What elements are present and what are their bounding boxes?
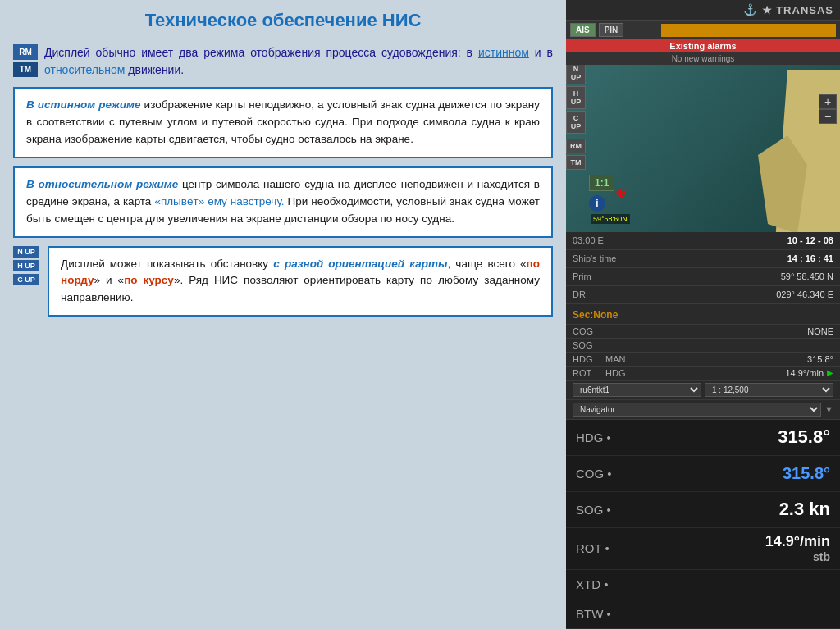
tm-badge: TM xyxy=(13,62,38,77)
prim-value: 59° 58.450 N xyxy=(630,271,833,281)
ships-time-label: Ship's time xyxy=(573,253,630,263)
navigator-select[interactable]: Navigator xyxy=(573,403,821,417)
chart-scale-row: ru6ntkt1 1 : 12,500 xyxy=(566,381,840,400)
right-panel: ⚓ ★ TRANSAS AIS PIN Existing alarms No n… xyxy=(566,0,840,629)
n-up-badge: N UP xyxy=(13,246,39,258)
ais-button[interactable]: AIS xyxy=(570,23,596,37)
big-xtd-row: XTD • xyxy=(566,570,840,599)
big-cog-value: 315.8° xyxy=(633,464,830,483)
navigator-arrow: ▼ xyxy=(824,404,833,414)
sog-row: SOG xyxy=(566,339,840,353)
nav-c-up-btn[interactable]: CUP xyxy=(566,111,586,134)
intro-text-content: Дисплей обычно имеет два режима отображе… xyxy=(44,44,553,79)
info-section: i xyxy=(589,195,605,212)
bottom-text3: » и « xyxy=(94,274,125,286)
no-warnings-bar: No new warnings xyxy=(566,52,840,65)
big-hdg-row: HDG • 315.8° xyxy=(566,420,840,456)
dr-value: 029° 46.340 E xyxy=(630,289,833,299)
big-data-section: HDG • 315.8° COG • 315.8° SOG • 2.3 kn R… xyxy=(566,420,840,629)
big-rot-sub: stb xyxy=(633,550,830,564)
istinnom-link[interactable]: истинном xyxy=(478,46,529,59)
big-xtd-label: XTD • xyxy=(576,577,633,591)
ships-time-row: Ship's time 14 : 16 : 41 xyxy=(566,250,840,268)
bottom-link2[interactable]: по курсу xyxy=(124,274,174,286)
nav-rm-btn[interactable]: RM xyxy=(566,139,586,153)
rm-badge: RM xyxy=(13,44,38,60)
info-panel: 03:00 E 10 - 12 - 08 Ship's time 14 : 16… xyxy=(566,232,840,420)
info-btn[interactable]: i xyxy=(589,195,605,212)
bottom-text-box: Дисплей может показывать обстановку с ра… xyxy=(48,246,553,317)
hdg-info-label: HDG xyxy=(573,354,605,364)
orange-bar xyxy=(661,24,836,37)
bottom-highlight1: с разной ориентацией карты xyxy=(273,258,447,270)
time-row: 03:00 E 10 - 12 - 08 xyxy=(566,232,840,250)
hdg-info-row: HDG MAN 315.8° xyxy=(566,353,840,367)
left-panel: Техническое обеспечение НИС RM TM Диспле… xyxy=(0,0,566,629)
sog-label: SOG xyxy=(573,340,605,350)
ship-marker: ⊕ xyxy=(615,185,626,200)
one-to-one-btn[interactable]: 1:1 xyxy=(589,175,614,191)
utc-label: 03:00 E xyxy=(573,235,630,245)
nav-tm-btn[interactable]: TM xyxy=(566,155,586,170)
navigator-row: Navigator ▼ xyxy=(566,400,840,420)
sog-value xyxy=(605,340,833,350)
existing-alarms-bar: Existing alarms xyxy=(566,39,840,52)
big-rot-value-group: 14.9°/min stb xyxy=(633,533,830,564)
one-to-one-section: 1:1 xyxy=(589,175,614,191)
big-btw-label: BTW • xyxy=(576,607,633,621)
map-top-controls: AIS PIN Existing alarms No new warnings xyxy=(566,21,840,65)
rot-mode-label: HDG xyxy=(605,368,785,378)
nav-h-up-btn[interactable]: HUP xyxy=(566,86,586,109)
nav-badges: N UP H UP C UP xyxy=(13,246,39,285)
transas-icon: ⚓ xyxy=(743,3,757,16)
rot-info-label: ROT xyxy=(573,368,605,378)
date-value: 10 - 12 - 08 xyxy=(630,235,833,245)
bottom-text4: ». Ряд xyxy=(174,274,214,286)
sec-none-row: Sec:None xyxy=(566,304,840,325)
coord-label: 59°58'60N xyxy=(591,214,630,224)
relative-mode-box: В относительном режиме центр символа наш… xyxy=(13,166,553,238)
big-cog-row: COG • 315.8° xyxy=(566,456,840,492)
scale-select[interactable]: 1 : 12,500 xyxy=(705,383,833,397)
hdg-info-value: 315.8° xyxy=(807,354,833,364)
rot-info-row: ROT HDG 14.9°/min ▶ xyxy=(566,367,840,381)
box1-highlight: В истинном режиме xyxy=(26,98,141,111)
big-sog-value: 2.3 kn xyxy=(633,499,830,520)
big-sog-row: SOG • 2.3 kn xyxy=(566,492,840,528)
bottom-section: N UP H UP C UP Дисплей может показывать … xyxy=(13,246,553,317)
chart-select[interactable]: ru6ntkt1 xyxy=(573,383,701,397)
prim-label: Prim xyxy=(573,271,630,281)
hdg-mode-label: MAN xyxy=(605,354,807,364)
nav-n-up-btn[interactable]: NUP xyxy=(566,62,586,84)
map-area: AIS PIN Existing alarms No new warnings … xyxy=(566,21,840,232)
bottom-text2: , чаще всего « xyxy=(447,258,526,270)
zoom-in-btn[interactable]: + xyxy=(819,94,837,109)
big-cog-label: COG • xyxy=(576,467,633,481)
dr-label: DR xyxy=(573,289,630,299)
sec-none-text: Sec:None xyxy=(573,309,618,321)
cog-label: COG xyxy=(573,326,605,336)
top-controls-bar: AIS PIN xyxy=(566,21,840,39)
big-rot-label: ROT • xyxy=(576,541,633,555)
cog-value: NONE xyxy=(605,326,833,336)
zoom-out-btn[interactable]: − xyxy=(819,109,837,124)
ais-pin-group: AIS PIN xyxy=(570,23,657,37)
otnositelnom-link[interactable]: относительном xyxy=(44,63,125,76)
h-up-badge: H UP xyxy=(13,260,39,271)
big-hdg-label: HDG • xyxy=(576,431,633,444)
big-hdg-value: 315.8° xyxy=(633,426,830,448)
bottom-intro: Дисплей может показывать обстановку xyxy=(61,258,273,270)
zoom-controls: + − xyxy=(819,94,837,124)
ships-time-value: 14 : 16 : 41 xyxy=(630,253,833,263)
box2-highlight: В относительном режиме xyxy=(26,178,178,190)
box2-link[interactable]: «плывёт» ему навстречу. xyxy=(154,195,284,207)
prim-row: Prim 59° 58.450 N xyxy=(566,268,840,286)
big-sog-label: SOG • xyxy=(576,503,633,517)
transas-header: ⚓ ★ TRANSAS xyxy=(566,0,840,21)
rot-info-value: 14.9°/min xyxy=(785,368,824,378)
rm-tm-badges: RM TM xyxy=(13,44,38,77)
nis-underline: НИС xyxy=(214,274,238,286)
big-btw-row: BTW • xyxy=(566,599,840,629)
pin-button[interactable]: PIN xyxy=(599,23,624,37)
intro-section: RM TM Дисплей обычно имеет два режима от… xyxy=(13,44,553,79)
